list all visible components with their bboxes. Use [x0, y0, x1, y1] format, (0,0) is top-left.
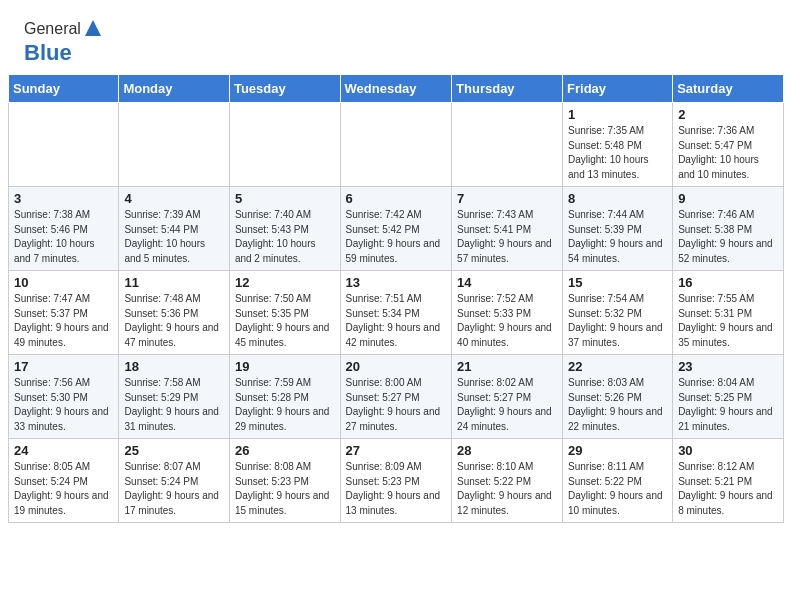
calendar-cell: [119, 103, 230, 187]
calendar-cell: 29Sunrise: 8:11 AM Sunset: 5:22 PM Dayli…: [563, 439, 673, 523]
week-row-4: 24Sunrise: 8:05 AM Sunset: 5:24 PM Dayli…: [9, 439, 784, 523]
day-info: Sunrise: 7:38 AM Sunset: 5:46 PM Dayligh…: [14, 208, 113, 266]
day-info: Sunrise: 7:58 AM Sunset: 5:29 PM Dayligh…: [124, 376, 224, 434]
calendar-table: SundayMondayTuesdayWednesdayThursdayFrid…: [8, 74, 784, 523]
day-info: Sunrise: 7:55 AM Sunset: 5:31 PM Dayligh…: [678, 292, 778, 350]
week-row-0: 1Sunrise: 7:35 AM Sunset: 5:48 PM Daylig…: [9, 103, 784, 187]
day-number: 14: [457, 275, 557, 290]
day-number: 24: [14, 443, 113, 458]
calendar-cell: 25Sunrise: 8:07 AM Sunset: 5:24 PM Dayli…: [119, 439, 230, 523]
day-info: Sunrise: 7:42 AM Sunset: 5:42 PM Dayligh…: [346, 208, 447, 266]
day-info: Sunrise: 8:08 AM Sunset: 5:23 PM Dayligh…: [235, 460, 335, 518]
day-info: Sunrise: 7:36 AM Sunset: 5:47 PM Dayligh…: [678, 124, 778, 182]
day-info: Sunrise: 7:44 AM Sunset: 5:39 PM Dayligh…: [568, 208, 667, 266]
calendar-cell: 1Sunrise: 7:35 AM Sunset: 5:48 PM Daylig…: [563, 103, 673, 187]
day-number: 20: [346, 359, 447, 374]
day-number: 11: [124, 275, 224, 290]
day-info: Sunrise: 8:04 AM Sunset: 5:25 PM Dayligh…: [678, 376, 778, 434]
day-number: 9: [678, 191, 778, 206]
week-row-2: 10Sunrise: 7:47 AM Sunset: 5:37 PM Dayli…: [9, 271, 784, 355]
page-header: General Blue: [0, 0, 792, 74]
day-info: Sunrise: 7:46 AM Sunset: 5:38 PM Dayligh…: [678, 208, 778, 266]
day-number: 12: [235, 275, 335, 290]
day-number: 13: [346, 275, 447, 290]
logo: General Blue: [24, 18, 103, 66]
calendar-cell: 18Sunrise: 7:58 AM Sunset: 5:29 PM Dayli…: [119, 355, 230, 439]
day-number: 7: [457, 191, 557, 206]
logo-icon: [83, 18, 103, 38]
day-info: Sunrise: 7:43 AM Sunset: 5:41 PM Dayligh…: [457, 208, 557, 266]
calendar-cell: [9, 103, 119, 187]
day-info: Sunrise: 8:00 AM Sunset: 5:27 PM Dayligh…: [346, 376, 447, 434]
calendar-cell: 13Sunrise: 7:51 AM Sunset: 5:34 PM Dayli…: [340, 271, 452, 355]
day-number: 27: [346, 443, 447, 458]
svg-marker-0: [85, 20, 101, 36]
day-number: 15: [568, 275, 667, 290]
day-number: 16: [678, 275, 778, 290]
calendar-cell: 12Sunrise: 7:50 AM Sunset: 5:35 PM Dayli…: [229, 271, 340, 355]
logo-general-text: General: [24, 20, 81, 38]
day-number: 23: [678, 359, 778, 374]
calendar-cell: [229, 103, 340, 187]
day-number: 30: [678, 443, 778, 458]
calendar-cell: 9Sunrise: 7:46 AM Sunset: 5:38 PM Daylig…: [673, 187, 784, 271]
day-number: 28: [457, 443, 557, 458]
calendar-cell: 21Sunrise: 8:02 AM Sunset: 5:27 PM Dayli…: [452, 355, 563, 439]
day-number: 29: [568, 443, 667, 458]
day-info: Sunrise: 8:09 AM Sunset: 5:23 PM Dayligh…: [346, 460, 447, 518]
day-info: Sunrise: 8:12 AM Sunset: 5:21 PM Dayligh…: [678, 460, 778, 518]
day-number: 6: [346, 191, 447, 206]
weekday-saturday: Saturday: [673, 75, 784, 103]
day-info: Sunrise: 7:35 AM Sunset: 5:48 PM Dayligh…: [568, 124, 667, 182]
calendar-cell: 20Sunrise: 8:00 AM Sunset: 5:27 PM Dayli…: [340, 355, 452, 439]
calendar-cell: 22Sunrise: 8:03 AM Sunset: 5:26 PM Dayli…: [563, 355, 673, 439]
day-number: 18: [124, 359, 224, 374]
day-number: 5: [235, 191, 335, 206]
weekday-header-row: SundayMondayTuesdayWednesdayThursdayFrid…: [9, 75, 784, 103]
day-info: Sunrise: 7:50 AM Sunset: 5:35 PM Dayligh…: [235, 292, 335, 350]
calendar-cell: 14Sunrise: 7:52 AM Sunset: 5:33 PM Dayli…: [452, 271, 563, 355]
day-number: 2: [678, 107, 778, 122]
calendar-cell: 8Sunrise: 7:44 AM Sunset: 5:39 PM Daylig…: [563, 187, 673, 271]
calendar-cell: 28Sunrise: 8:10 AM Sunset: 5:22 PM Dayli…: [452, 439, 563, 523]
calendar-cell: 4Sunrise: 7:39 AM Sunset: 5:44 PM Daylig…: [119, 187, 230, 271]
day-number: 17: [14, 359, 113, 374]
calendar-cell: 2Sunrise: 7:36 AM Sunset: 5:47 PM Daylig…: [673, 103, 784, 187]
week-row-1: 3Sunrise: 7:38 AM Sunset: 5:46 PM Daylig…: [9, 187, 784, 271]
day-info: Sunrise: 7:59 AM Sunset: 5:28 PM Dayligh…: [235, 376, 335, 434]
day-info: Sunrise: 7:47 AM Sunset: 5:37 PM Dayligh…: [14, 292, 113, 350]
calendar-cell: 7Sunrise: 7:43 AM Sunset: 5:41 PM Daylig…: [452, 187, 563, 271]
weekday-tuesday: Tuesday: [229, 75, 340, 103]
calendar-cell: 26Sunrise: 8:08 AM Sunset: 5:23 PM Dayli…: [229, 439, 340, 523]
day-number: 19: [235, 359, 335, 374]
calendar-cell: 11Sunrise: 7:48 AM Sunset: 5:36 PM Dayli…: [119, 271, 230, 355]
day-number: 8: [568, 191, 667, 206]
weekday-friday: Friday: [563, 75, 673, 103]
day-number: 25: [124, 443, 224, 458]
calendar-cell: 6Sunrise: 7:42 AM Sunset: 5:42 PM Daylig…: [340, 187, 452, 271]
day-number: 3: [14, 191, 113, 206]
day-info: Sunrise: 7:39 AM Sunset: 5:44 PM Dayligh…: [124, 208, 224, 266]
day-info: Sunrise: 7:52 AM Sunset: 5:33 PM Dayligh…: [457, 292, 557, 350]
calendar-cell: [340, 103, 452, 187]
day-info: Sunrise: 7:40 AM Sunset: 5:43 PM Dayligh…: [235, 208, 335, 266]
weekday-wednesday: Wednesday: [340, 75, 452, 103]
day-number: 10: [14, 275, 113, 290]
weekday-monday: Monday: [119, 75, 230, 103]
calendar-cell: 24Sunrise: 8:05 AM Sunset: 5:24 PM Dayli…: [9, 439, 119, 523]
day-number: 21: [457, 359, 557, 374]
day-info: Sunrise: 8:02 AM Sunset: 5:27 PM Dayligh…: [457, 376, 557, 434]
calendar-cell: 19Sunrise: 7:59 AM Sunset: 5:28 PM Dayli…: [229, 355, 340, 439]
calendar-cell: 30Sunrise: 8:12 AM Sunset: 5:21 PM Dayli…: [673, 439, 784, 523]
day-info: Sunrise: 7:54 AM Sunset: 5:32 PM Dayligh…: [568, 292, 667, 350]
calendar-cell: 15Sunrise: 7:54 AM Sunset: 5:32 PM Dayli…: [563, 271, 673, 355]
calendar-cell: 5Sunrise: 7:40 AM Sunset: 5:43 PM Daylig…: [229, 187, 340, 271]
day-info: Sunrise: 7:51 AM Sunset: 5:34 PM Dayligh…: [346, 292, 447, 350]
calendar-cell: 17Sunrise: 7:56 AM Sunset: 5:30 PM Dayli…: [9, 355, 119, 439]
calendar-cell: 27Sunrise: 8:09 AM Sunset: 5:23 PM Dayli…: [340, 439, 452, 523]
day-info: Sunrise: 8:03 AM Sunset: 5:26 PM Dayligh…: [568, 376, 667, 434]
logo-blue-text: Blue: [24, 40, 72, 66]
day-info: Sunrise: 8:10 AM Sunset: 5:22 PM Dayligh…: [457, 460, 557, 518]
day-number: 1: [568, 107, 667, 122]
day-info: Sunrise: 7:56 AM Sunset: 5:30 PM Dayligh…: [14, 376, 113, 434]
